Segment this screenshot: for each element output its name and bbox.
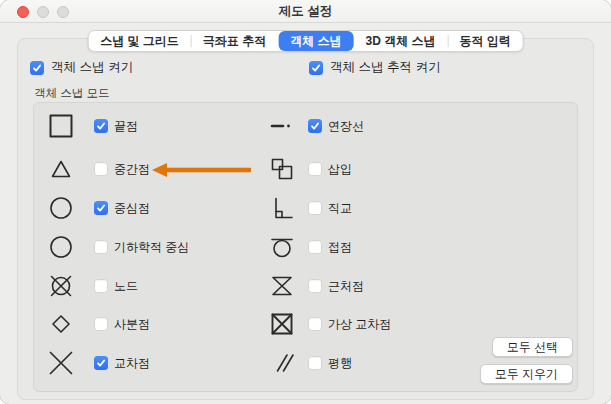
tangent-label[interactable]: 접점 [328,239,352,256]
osnap-row-parallel: 평행 [268,349,352,377]
zoom-button[interactable] [57,6,69,18]
intersection-label[interactable]: 교차점 [114,355,150,372]
insertion-label[interactable]: 삽입 [328,161,352,178]
osnap-row-tangent: 접점 [268,233,352,261]
osnap-row-nearest: 근처점 [268,272,364,300]
geometric-center-icon [47,233,75,261]
apparent-intersection-checkbox[interactable] [308,317,322,331]
nearest-checkbox[interactable] [308,279,322,293]
node-icon [47,272,75,300]
drafting-settings-window: 제도 설정 스냅 및 그리드 극좌표 추적 객체 스냅 3D 객체 스냅 동적 … [0,0,611,404]
geometric-center-label[interactable]: 기하학적 중심 [114,239,189,256]
midpoint-checkbox[interactable] [94,162,108,176]
object-snap-tracking-on-toggle: 객체 스냅 추적 켜기 [309,59,440,76]
tab-3d-object-snap[interactable]: 3D 객체 스냅 [354,31,448,51]
quadrant-icon [47,310,75,338]
osnap-row-geometric-center: 기하학적 중심 [47,233,189,261]
parallel-label[interactable]: 평행 [328,355,352,372]
osnap-row-node: 노드 [47,272,138,300]
traffic-lights [17,6,69,18]
endpoint-label[interactable]: 끝점 [114,118,138,135]
node-checkbox[interactable] [94,279,108,293]
intersection-checkbox[interactable] [94,356,108,370]
osnap-row-center: 중심점 [47,194,150,222]
osnap-row-endpoint: 끝점 [47,112,138,140]
node-label[interactable]: 노드 [114,278,138,295]
minimize-button[interactable] [37,6,49,18]
tab-polar-tracking[interactable]: 극좌표 추적 [191,31,278,51]
center-icon [47,194,75,222]
tangent-checkbox[interactable] [308,240,322,254]
object-snap-tracking-on-label[interactable]: 객체 스냅 추적 켜기 [330,59,440,76]
perpendicular-icon [268,194,296,222]
endpoint-checkbox[interactable] [94,119,108,133]
apparent-intersection-icon [268,310,296,338]
perpendicular-checkbox[interactable] [308,201,322,215]
quadrant-checkbox[interactable] [94,317,108,331]
extension-icon [268,112,296,140]
quadrant-label[interactable]: 사분점 [114,316,150,333]
tab-bar: 스냅 및 그리드 극좌표 추적 객체 스냅 3D 객체 스냅 동적 입력 [87,30,524,52]
object-snap-tracking-on-checkbox[interactable] [309,61,323,75]
osnap-row-insertion: 삽입 [268,155,352,183]
annotation-arrow-icon [152,162,252,178]
midpoint-label[interactable]: 중간점 [114,161,150,178]
object-snap-on-label[interactable]: 객체 스냅 켜기 [51,59,133,76]
extension-label[interactable]: 연장선 [328,118,364,135]
midpoint-icon [47,155,75,183]
window-title: 제도 설정 [0,0,611,22]
center-checkbox[interactable] [94,201,108,215]
insertion-icon [268,155,296,183]
osnap-row-perpendicular: 직교 [268,194,352,222]
select-all-button[interactable]: 모두 선택 [492,337,573,357]
object-snap-on-checkbox[interactable] [30,61,44,75]
clear-all-button[interactable]: 모두 지우기 [480,364,573,384]
extension-checkbox[interactable] [308,119,322,133]
perpendicular-label[interactable]: 직교 [328,200,352,217]
arrow-shape [152,163,251,177]
tangent-icon [268,233,296,261]
geometric-center-checkbox[interactable] [94,240,108,254]
parallel-checkbox[interactable] [308,356,322,370]
close-button[interactable] [17,6,29,18]
tab-dynamic-input[interactable]: 동적 입력 [448,31,523,51]
endpoint-icon [47,112,75,140]
object-snap-modes-label: 객체 스냅 모드 [34,86,109,101]
osnap-row-quadrant: 사분점 [47,310,150,338]
tab-object-snap[interactable]: 객체 스냅 [278,31,353,51]
nearest-label[interactable]: 근처점 [328,278,364,295]
parallel-icon [268,349,296,377]
title-bar: 제도 설정 [0,0,611,23]
intersection-icon [47,349,75,377]
osnap-row-apparent-intersection: 가상 교차점 [268,310,391,338]
insertion-checkbox[interactable] [308,162,322,176]
osnap-row-midpoint: 중간점 [47,155,150,183]
osnap-row-intersection: 교차점 [47,349,150,377]
osnap-row-extension: 연장선 [268,112,364,140]
center-label[interactable]: 중심점 [114,200,150,217]
tab-snap-grid[interactable]: 스냅 및 그리드 [88,31,191,51]
object-snap-on-toggle: 객체 스냅 켜기 [30,59,133,76]
apparent-intersection-label[interactable]: 가상 교차점 [328,316,391,333]
nearest-icon [268,272,296,300]
